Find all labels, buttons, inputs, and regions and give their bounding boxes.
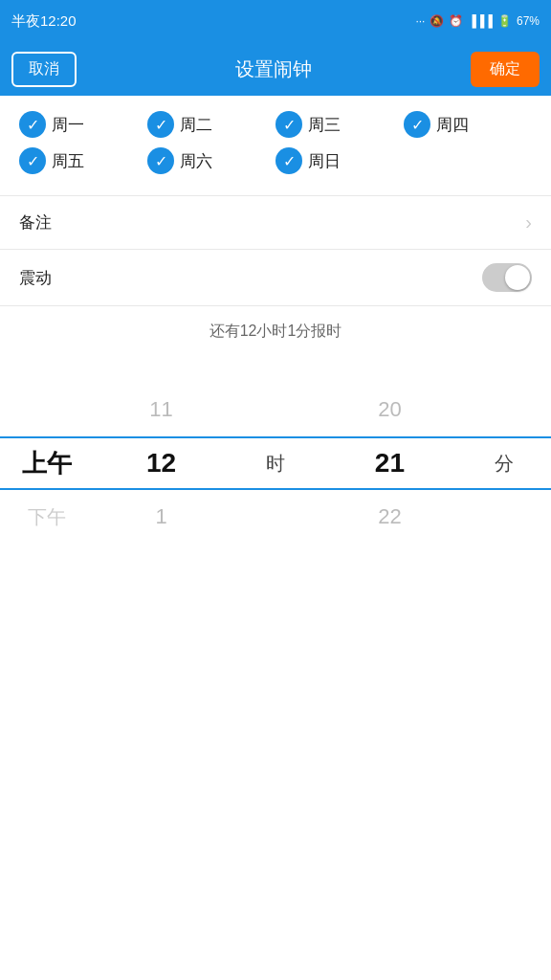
day-check-sat: ✓	[147, 147, 174, 174]
day-label-tue: 周二	[180, 114, 212, 136]
chevron-right-icon: ›	[525, 212, 532, 234]
picker-ampm-selected: 上午	[0, 436, 94, 490]
mute-icon: 🔕	[430, 14, 444, 28]
day-check-tue: ✓	[147, 111, 174, 138]
picker-minute-above: 20	[322, 383, 456, 436]
day-label-sun: 周日	[308, 150, 341, 172]
day-item-mon[interactable]: ✓ 周一	[19, 111, 147, 138]
days-row-1: ✓ 周一 ✓ 周二 ✓ 周三 ✓ 周四	[19, 111, 532, 138]
picker-minute-below: 22	[322, 490, 456, 544]
day-label-mon: 周一	[52, 114, 84, 136]
day-item-fri[interactable]: ✓ 周五	[19, 147, 147, 174]
picker-col-minute[interactable]: 20 21 22	[322, 363, 456, 564]
day-check-wed: ✓	[276, 111, 302, 138]
day-label-fri: 周五	[52, 150, 84, 172]
battery-icon: 🔋	[497, 14, 512, 28]
picker-columns: 上午 下午 11 12 1 时 20 21 22 分	[0, 363, 551, 564]
days-row-2: ✓ 周五 ✓ 周六 ✓ 周日	[19, 147, 532, 174]
day-item-wed[interactable]: ✓ 周三	[276, 111, 404, 138]
picker-hour-below: 1	[94, 490, 228, 544]
vibration-toggle[interactable]	[482, 263, 532, 292]
confirm-button[interactable]: 确定	[471, 52, 540, 87]
countdown-text: 还有12小时1分报时	[209, 323, 342, 339]
alarm-icon: ⏰	[449, 14, 463, 28]
countdown-section: 还有12小时1分报时	[0, 306, 551, 353]
toggle-thumb	[505, 265, 530, 290]
day-item-thu[interactable]: ✓ 周四	[404, 111, 532, 138]
day-check-mon: ✓	[19, 111, 46, 138]
day-label-sat: 周六	[180, 150, 212, 172]
picker-col-minute-label: 分	[457, 363, 551, 564]
battery-percent: 67%	[517, 14, 540, 28]
header: 取消 设置闹钟 确定	[0, 42, 551, 96]
picker-col-hour-label: 时	[229, 363, 322, 564]
note-label: 备注	[19, 212, 52, 234]
day-check-thu: ✓	[404, 111, 430, 138]
status-time: 半夜12:20	[11, 12, 77, 31]
picker-minute-label: 分	[457, 436, 551, 490]
picker-hour-selected: 12	[94, 436, 228, 490]
picker-minute-selected: 21	[322, 436, 456, 490]
vibration-row: 震动	[0, 250, 551, 305]
picker-hour-label: 时	[229, 436, 322, 490]
day-label-thu: 周四	[436, 114, 469, 136]
days-section: ✓ 周一 ✓ 周二 ✓ 周三 ✓ 周四 ✓ 周五 ✓ 周六 ✓ 周日	[0, 96, 551, 195]
cancel-button[interactable]: 取消	[11, 52, 77, 87]
signal-icon: ···	[415, 14, 425, 28]
day-item-sat[interactable]: ✓ 周六	[147, 147, 276, 174]
time-picker[interactable]: 上午 下午 11 12 1 时 20 21 22 分	[0, 363, 551, 564]
network-icon: ▐▐▐	[468, 14, 493, 28]
status-icons: ··· 🔕 ⏰ ▐▐▐ 🔋 67%	[415, 14, 540, 28]
picker-col-ampm[interactable]: 上午 下午	[0, 363, 94, 564]
picker-hour-above: 11	[94, 383, 228, 436]
status-bar: 半夜12:20 ··· 🔕 ⏰ ▐▐▐ 🔋 67%	[0, 0, 551, 42]
day-check-sun: ✓	[276, 147, 302, 174]
day-check-fri: ✓	[19, 147, 46, 174]
vibration-label: 震动	[19, 267, 52, 289]
note-row[interactable]: 备注 ›	[0, 196, 551, 249]
picker-ampm-below: 下午	[0, 490, 94, 544]
picker-ampm-above	[0, 383, 94, 436]
day-item-sun[interactable]: ✓ 周日	[276, 147, 404, 174]
day-label-wed: 周三	[308, 114, 341, 136]
day-item-tue[interactable]: ✓ 周二	[147, 111, 276, 138]
picker-col-hour[interactable]: 11 12 1	[94, 363, 228, 564]
header-title: 设置闹钟	[235, 56, 312, 82]
